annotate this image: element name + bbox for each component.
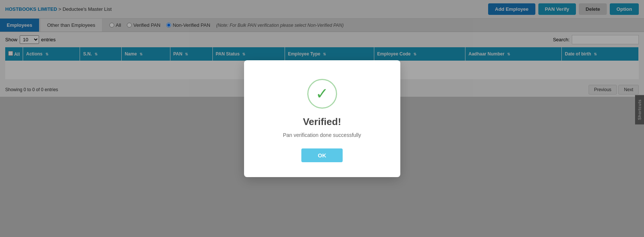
checkmark-icon: ✓ [315, 86, 329, 97]
modal-overlay[interactable]: ✓ Verified! Pan verification done succes… [0, 0, 644, 97]
modal-icon-circle: ✓ [307, 79, 337, 97]
modal-dialog: ✓ Verified! Pan verification done succes… [244, 60, 400, 97]
